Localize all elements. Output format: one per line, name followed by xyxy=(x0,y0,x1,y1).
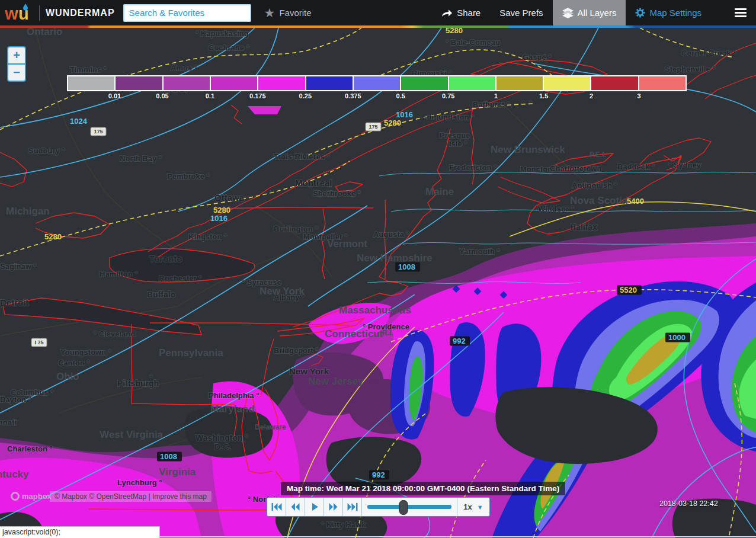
mapbox-wordmark: mapbox xyxy=(22,492,52,501)
region-label: P.E.I. xyxy=(590,150,606,159)
map-settings-button[interactable]: Map Settings xyxy=(626,0,711,25)
height-value-label: 5520 xyxy=(620,286,637,294)
map-time-label: Map time: Wed Mar 21 2018 09:00:00 GMT-0… xyxy=(281,482,565,495)
region-label: Ontario xyxy=(27,28,62,37)
city-label: Amos ° xyxy=(171,63,197,72)
map-attribution[interactable]: © Mapbox © OpenStreetMap | Improve this … xyxy=(50,491,212,502)
city-label: Antigonish ° xyxy=(572,181,617,190)
isobar-value-label: 1024 xyxy=(70,117,88,126)
speed-dropdown[interactable]: 1x ▼ xyxy=(457,498,489,516)
city-label: Edmundston ° xyxy=(422,113,474,121)
all-layers-label: All Layers xyxy=(578,8,617,18)
isobar-value-label: 1000 xyxy=(668,333,685,342)
legend-segment xyxy=(258,76,305,90)
region-label: Nova Scotia xyxy=(570,195,628,206)
height-value-label: 5400 xyxy=(627,197,644,206)
region-label: Delaware xyxy=(255,423,286,431)
favorite-label: Favorite xyxy=(279,8,311,18)
city-label: Yarmouth ° xyxy=(459,247,500,256)
rainbow-divider xyxy=(0,25,756,28)
region-label: West Virginia xyxy=(100,429,164,440)
city-label: Bridgeport ° xyxy=(274,346,318,355)
region-label: New Hampshire xyxy=(357,252,433,264)
legend-label: 0.375 xyxy=(345,92,361,100)
city-label: ° Baie-Comeau xyxy=(446,38,500,47)
city-label: Baddeck ° xyxy=(617,162,655,171)
highway-shield-label: 175 xyxy=(94,129,102,134)
search-input[interactable] xyxy=(123,4,251,22)
city-label: Halifax xyxy=(570,222,597,232)
save-prefs-button[interactable]: Save Prefs xyxy=(490,0,552,25)
slider-thumb[interactable] xyxy=(399,500,408,515)
legend-color-bar xyxy=(67,75,687,91)
favorite-button[interactable]: ★ Favorite xyxy=(264,7,312,19)
map-canvas[interactable]: 175175I 75 OntarioMichiganNew BrunswickP… xyxy=(0,28,756,538)
share-button[interactable]: Share xyxy=(432,0,490,25)
mapbox-logo[interactable]: mapbox xyxy=(11,492,52,501)
playback-controls: 1x ▼ xyxy=(267,497,490,517)
isobar-value-label: 992 xyxy=(453,337,466,345)
city-label: Cincinnati xyxy=(0,418,17,427)
skip-start-button[interactable] xyxy=(267,498,286,516)
wu-logo[interactable]: w u xyxy=(5,3,36,23)
share-icon xyxy=(441,9,453,17)
city-label: ° Cleveland xyxy=(94,329,135,338)
legend-label: 2 xyxy=(590,92,593,100)
city-label: Augusta ° xyxy=(373,230,409,239)
speed-value: 1x xyxy=(463,502,472,511)
gear-icon xyxy=(635,8,645,18)
layers-icon xyxy=(562,8,574,18)
play-button[interactable] xyxy=(305,498,324,516)
city-label: Fredericton ° xyxy=(449,163,496,172)
time-slider[interactable] xyxy=(362,498,457,516)
header-nav: Share Save Prefs All Layers Map Settings xyxy=(432,0,756,25)
isobar-value-label: 1008 xyxy=(160,452,177,461)
region-label: Virginia xyxy=(159,466,196,478)
legend-segment xyxy=(116,76,162,90)
zoom-controls: + − xyxy=(7,46,26,82)
city-label: Windsor ° xyxy=(538,204,574,213)
skip-end-button[interactable] xyxy=(343,498,362,516)
legend-labels: 0.010.050.10.1750.250.3750.50.7511.523 xyxy=(67,91,687,101)
legend-segment xyxy=(68,76,114,90)
city-label: ° Syracuse xyxy=(242,278,281,287)
isobar-value-label: 992 xyxy=(372,470,385,479)
highway-shield-label: 175 xyxy=(369,124,377,130)
city-label: Lynchburg ° xyxy=(117,478,162,487)
city-label: Toronto xyxy=(149,254,182,264)
city-label: Presque xyxy=(440,131,470,140)
menu-icon[interactable] xyxy=(735,7,747,19)
legend-label: 0.01 xyxy=(108,92,121,100)
city-label: Albany ° xyxy=(274,293,305,302)
region-label: Michigan xyxy=(6,206,50,217)
fast-forward-button[interactable] xyxy=(324,498,343,516)
all-layers-button[interactable]: All Layers xyxy=(553,0,626,25)
city-label: ° xyxy=(149,373,152,382)
city-label: Hamilton ° xyxy=(100,270,137,278)
svg-text:w: w xyxy=(5,4,18,23)
legend-label: 0.75 xyxy=(442,92,454,100)
share-label: Share xyxy=(457,8,480,18)
city-label: Buffalo xyxy=(147,290,175,299)
city-label: Corner Brook ° xyxy=(681,49,736,57)
city-label: Charleston ° xyxy=(7,444,53,453)
rewind-icon xyxy=(290,503,300,511)
city-label: ° Sydney xyxy=(668,161,701,169)
isobar-value-label: 1008 xyxy=(398,262,415,271)
region-label: New Jersey xyxy=(308,376,364,387)
zoom-out-button[interactable]: − xyxy=(7,64,26,82)
height-value-label: 5280 xyxy=(213,206,230,214)
save-prefs-label: Save Prefs xyxy=(499,8,543,18)
slider-track[interactable] xyxy=(367,505,451,509)
skip-start-icon xyxy=(271,503,282,511)
city-label: D.C. xyxy=(214,442,231,451)
region-label: Massachusetts xyxy=(339,305,411,316)
rewind-button[interactable] xyxy=(286,498,305,516)
city-label: Bathurst ° xyxy=(473,100,510,109)
city-label: New York xyxy=(289,366,329,376)
zoom-in-button[interactable]: + xyxy=(7,46,26,64)
city-label: ° Kitty Hawk xyxy=(321,520,366,529)
city-label: Timmins ° xyxy=(70,65,107,74)
region-label: Kentucky xyxy=(0,469,29,480)
city-label: ° Providence xyxy=(363,322,409,331)
